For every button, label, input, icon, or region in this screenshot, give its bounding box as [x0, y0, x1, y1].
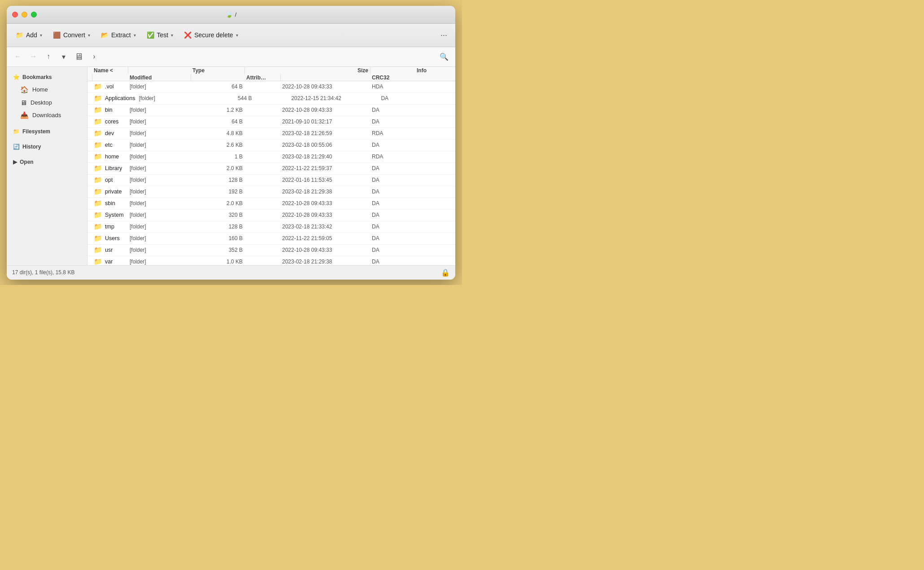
folder-icon: 📁	[94, 223, 102, 231]
table-row[interactable]: 📁 opt [folder] 128 B 2022-01-16 11:53:45…	[87, 175, 455, 186]
sidebar-item-desktop[interactable]: 🖥 Desktop	[9, 96, 85, 109]
file-type-cell: [folder]	[128, 107, 191, 113]
forward-button[interactable]: →	[26, 50, 40, 63]
sidebar-item-downloads[interactable]: 📥 Downloads	[9, 109, 85, 122]
up-button[interactable]: ↑	[42, 50, 55, 63]
extract-button[interactable]: 📂 Extract ▾	[96, 29, 140, 41]
file-type-cell: [folder]	[128, 118, 191, 125]
test-icon: ✅	[147, 31, 154, 39]
col-attrib[interactable]: Attrib…	[244, 75, 280, 81]
table-row[interactable]: 📁 tmp [folder] 128 B 2023-02-18 21:33:42…	[87, 221, 455, 233]
test-dropdown-arrow[interactable]: ▾	[171, 33, 173, 38]
table-row[interactable]: 📁 .vol [folder] 64 B 2022-10-28 09:43:33…	[87, 81, 455, 93]
secure-delete-button[interactable]: ❌ Secure delete ▾	[179, 29, 242, 41]
file-type-cell: [folder]	[128, 165, 191, 171]
file-attrib-cell: DA	[370, 224, 415, 230]
file-size-cell: 128 B	[191, 224, 244, 230]
convert-dropdown-arrow[interactable]: ▾	[88, 33, 90, 38]
extract-dropdown-arrow[interactable]: ▾	[134, 33, 136, 38]
statusbar: 17 dir(s), 1 file(s), 15.8 KB 🔒	[7, 265, 455, 280]
file-size-cell: 128 B	[191, 177, 244, 183]
file-name-cell: 📁 opt	[92, 176, 128, 184]
file-size-cell: 1.2 KB	[191, 107, 244, 113]
search-button[interactable]: 🔍	[437, 50, 451, 63]
test-button[interactable]: ✅ Test ▾	[142, 29, 178, 41]
table-row[interactable]: 📁 System [folder] 320 B 2022-10-28 09:43…	[87, 210, 455, 221]
minimize-button[interactable]	[22, 12, 27, 18]
add-dropdown-arrow[interactable]: ▾	[40, 33, 42, 38]
sidebar-item-home[interactable]: 🏠 Home	[9, 83, 85, 96]
back-button[interactable]: ←	[11, 50, 25, 63]
sidebar: ⭐ Bookmarks 🏠 Home 🖥 Desktop 📥 Downloads…	[7, 67, 87, 265]
file-type-cell: [folder]	[128, 247, 191, 253]
nav-bar: ← → ↑ ▾ 🖥 › 🔍	[7, 47, 455, 67]
file-modified-cell: 2022-10-28 09:43:33	[280, 83, 370, 90]
table-row[interactable]: 📁 Users [folder] 160 B 2022-11-22 21:59:…	[87, 233, 455, 245]
col-divider-4	[92, 74, 92, 81]
table-row[interactable]: 📁 home [folder] 1 B 2023-02-18 21:29:40 …	[87, 151, 455, 163]
bookmarks-section: ⭐ Bookmarks	[7, 71, 87, 83]
col-size[interactable]: Size	[280, 67, 370, 74]
file-size-cell: 2.0 KB	[191, 200, 244, 206]
col-divider-2	[244, 67, 245, 74]
titlebar: 🍃 /	[7, 6, 455, 24]
col-name[interactable]: Name <	[92, 67, 128, 74]
file-type-cell: [folder]	[128, 177, 191, 183]
file-name-text: Users	[105, 235, 120, 241]
file-type-cell: [folder]	[128, 130, 191, 136]
close-button[interactable]	[12, 12, 18, 18]
col-crc32[interactable]: CRC32	[370, 75, 415, 81]
table-row[interactable]: 📁 sbin [folder] 2.0 KB 2022-10-28 09:43:…	[87, 198, 455, 210]
convert-icon: 🟫	[53, 31, 61, 39]
table-row[interactable]: 📁 usr [folder] 352 B 2022-10-28 09:43:33…	[87, 245, 455, 256]
file-name-cell: 📁 etc	[92, 141, 128, 149]
file-modified-cell: 2022-10-28 09:43:33	[280, 247, 370, 253]
table-row[interactable]: 📁 bin [folder] 1.2 KB 2022-10-28 09:43:3…	[87, 105, 455, 116]
monitor-icon-button[interactable]: 🖥	[72, 50, 86, 63]
col-info[interactable]: Info	[415, 67, 451, 74]
file-size-cell: 64 B	[191, 83, 244, 90]
history-section[interactable]: 🔄 History	[7, 141, 87, 153]
extract-icon: 📂	[101, 31, 109, 39]
table-row[interactable]: 📁 cores [folder] 64 B 2021-09-10 01:32:1…	[87, 116, 455, 128]
filesystem-section[interactable]: 📁 Filesystem	[7, 126, 87, 137]
table-row[interactable]: 📁 etc [folder] 2.6 KB 2023-02-18 00:55:0…	[87, 140, 455, 151]
maximize-button[interactable]	[31, 12, 37, 18]
open-section[interactable]: ▶ Open	[7, 156, 87, 168]
file-name-text: usr	[105, 247, 113, 253]
file-name-cell: 📁 bin	[92, 106, 128, 114]
folder-icon: 📁	[94, 153, 102, 161]
nav-dropdown-button[interactable]: ▾	[57, 50, 70, 63]
file-type-cell: [folder]	[128, 212, 191, 218]
table-row[interactable]: 📁 Applications [folder] 544 B 2022-12-15…	[87, 93, 455, 105]
convert-button[interactable]: 🟫 Convert ▾	[48, 29, 95, 41]
table-row[interactable]: 📁 private [folder] 192 B 2023-02-18 21:2…	[87, 186, 455, 198]
table-row[interactable]: 📁 var [folder] 1.0 KB 2023-02-18 21:29:3…	[87, 256, 455, 265]
folder-icon: 📁	[94, 211, 102, 219]
table-row[interactable]: 📁 dev [folder] 4.8 KB 2023-02-18 21:26:5…	[87, 128, 455, 140]
secure-delete-dropdown-arrow[interactable]: ▾	[236, 33, 238, 38]
file-size-cell: 160 B	[191, 235, 244, 241]
open-icon: ▶	[13, 159, 17, 165]
file-name-text: sbin	[105, 200, 115, 206]
file-modified-cell: 2023-02-18 21:29:40	[280, 153, 370, 160]
sidebar-divider-1	[7, 122, 87, 126]
file-attrib-cell: DA	[370, 142, 415, 148]
col-type[interactable]: Type	[191, 67, 244, 74]
downloads-icon: 📥	[20, 111, 29, 119]
file-type-cell: [folder]	[128, 83, 191, 90]
file-attrib-cell: DA	[370, 235, 415, 241]
nav-forward2-button[interactable]: ›	[87, 50, 101, 63]
file-modified-cell: 2022-10-28 09:43:33	[280, 212, 370, 218]
file-size-cell: 320 B	[191, 212, 244, 218]
file-type-cell: [folder]	[128, 235, 191, 241]
file-modified-cell: 2023-02-18 21:26:59	[280, 130, 370, 136]
col-modified[interactable]: Modified	[128, 75, 191, 81]
file-attrib-cell: DA	[370, 107, 415, 113]
content-area: ⭐ Bookmarks 🏠 Home 🖥 Desktop 📥 Downloads…	[7, 67, 455, 265]
more-button[interactable]: ···	[437, 29, 451, 42]
table-row[interactable]: 📁 Library [folder] 2.0 KB 2022-11-22 21:…	[87, 163, 455, 175]
filesystem-icon: 📁	[13, 128, 20, 135]
file-name-cell: 📁 tmp	[92, 223, 128, 231]
add-button[interactable]: 📁 Add ▾	[11, 29, 47, 41]
